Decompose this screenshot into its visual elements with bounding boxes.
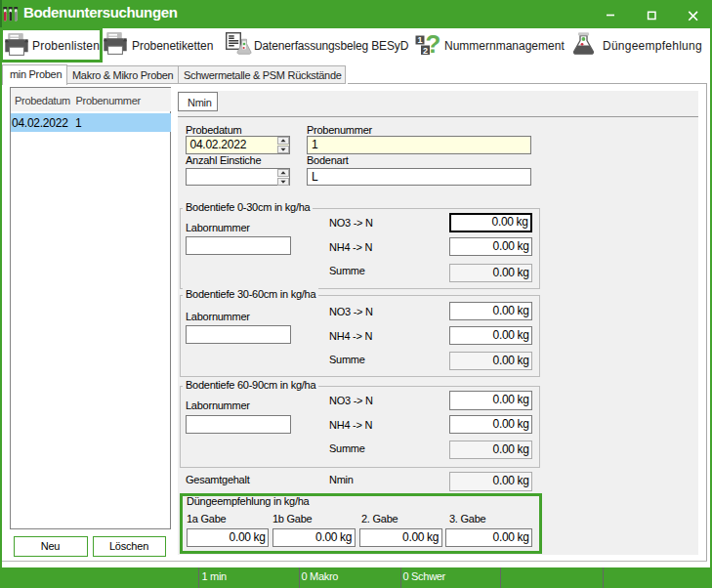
svg-text:1: 1	[417, 35, 422, 45]
svg-text:?: ?	[426, 32, 440, 56]
